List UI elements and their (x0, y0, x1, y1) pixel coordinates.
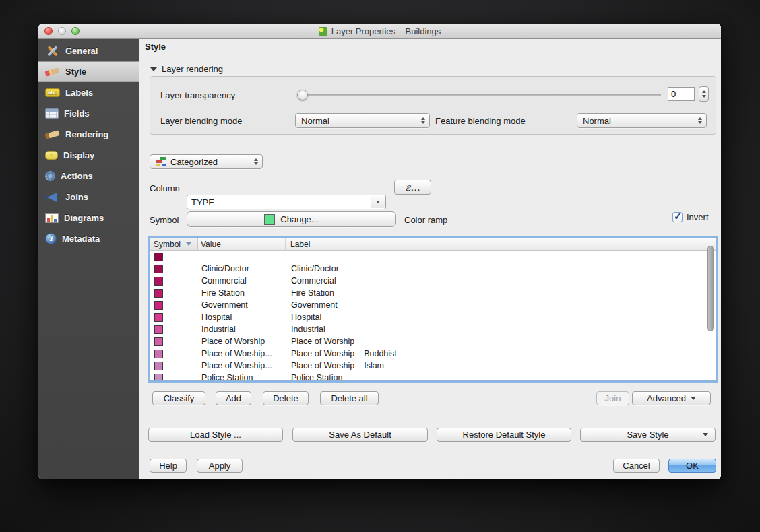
transparency-stepper[interactable] (699, 86, 709, 102)
layer-properties-window: Layer Properties – Buildings GeneralStyl… (38, 24, 721, 479)
sidebar-item-label: Joins (65, 192, 88, 202)
transparency-value-field[interactable] (668, 87, 695, 101)
table-row[interactable]: Police StationPolice Station (151, 372, 715, 380)
slider-thumb[interactable] (297, 90, 308, 100)
category-color-swatch[interactable] (154, 350, 163, 358)
category-color-swatch[interactable] (154, 337, 163, 346)
sidebar-item-label: Labels (65, 88, 93, 98)
column-header-symbol[interactable]: Symbol (150, 238, 198, 250)
tools-icon (45, 44, 60, 59)
table-row[interactable]: Place of WorshipPlace of Worship (151, 335, 715, 347)
table-scrollbar[interactable] (707, 246, 714, 331)
table-row[interactable]: IndustrialIndustrial (151, 323, 715, 335)
delete-button[interactable]: Delete (263, 391, 309, 405)
symbol-change-button[interactable]: Change... (187, 211, 396, 227)
combo-arrow-button[interactable] (371, 196, 385, 208)
category-symbol-cell (151, 289, 199, 298)
titlebar[interactable]: Layer Properties – Buildings (38, 24, 721, 39)
category-value: Place of Worship (199, 337, 286, 346)
sidebar-item-labels[interactable]: abcLabels (38, 82, 139, 103)
zoom-button[interactable] (71, 27, 80, 35)
column-combobox[interactable]: TYPE (187, 195, 386, 209)
help-button[interactable]: Help (150, 459, 187, 473)
restore-default-style-button[interactable]: Restore Default Style (437, 428, 571, 442)
feature-blending-value: Normal (583, 116, 611, 126)
save-style-button[interactable]: Save Style (580, 428, 716, 442)
table-row[interactable]: Place of Worship...Place of Worship – Is… (151, 360, 715, 372)
sidebar-item-joins[interactable]: Joins (38, 187, 139, 207)
stepper-down-icon[interactable] (702, 95, 706, 98)
minimize-button[interactable] (58, 27, 66, 35)
category-label: Commercial (286, 276, 715, 286)
category-symbol-cell (151, 277, 199, 286)
close-button[interactable] (44, 27, 53, 35)
load-style-button[interactable]: Load Style ... (148, 428, 283, 442)
table-row[interactable]: Clinic/DoctorClinic/Doctor (151, 263, 715, 275)
table-row[interactable]: HospitalHospital (151, 311, 715, 323)
table-row[interactable] (151, 251, 715, 263)
layer-rendering-header: Layer rendering (162, 64, 223, 74)
apply-button[interactable]: Apply (197, 459, 243, 473)
add-button[interactable]: Add (216, 391, 251, 405)
category-color-swatch[interactable] (154, 362, 163, 370)
table-row[interactable]: CommercialCommercial (151, 275, 715, 287)
category-value: Industrial (199, 325, 286, 334)
category-label: Hospital (286, 312, 715, 322)
sidebar-item-diagrams[interactable]: Diagrams (38, 207, 139, 228)
categories-table[interactable]: Symbol Value Label Clinic/DoctorClinic/D… (150, 238, 716, 381)
speech-bubble-icon (45, 151, 58, 160)
category-value: Government (199, 300, 286, 310)
delete-all-button[interactable]: Delete all (320, 391, 379, 405)
invert-checkbox[interactable] (672, 212, 683, 222)
sidebar-item-display[interactable]: Display (38, 145, 139, 166)
join-button[interactable]: Join (596, 391, 629, 405)
cancel-button[interactable]: Cancel (613, 459, 660, 473)
category-color-swatch[interactable] (154, 374, 163, 380)
column-header-label[interactable]: Label (286, 238, 716, 250)
symbol-change-label: Change... (280, 214, 318, 224)
category-color-swatch[interactable] (154, 265, 163, 273)
column-header-value[interactable]: Value (198, 238, 286, 250)
sidebar-item-actions[interactable]: Actions (38, 166, 139, 187)
sidebar-item-style[interactable]: Style (38, 61, 139, 82)
category-value: Fire Station (199, 288, 286, 298)
chevron-down-icon (376, 201, 380, 203)
feature-blending-dropdown[interactable]: Normal (577, 113, 707, 128)
category-symbol-cell (151, 325, 199, 334)
category-label: Industrial (286, 325, 715, 334)
paintbrush-icon (45, 65, 60, 79)
category-color-swatch[interactable] (154, 313, 163, 322)
table-row[interactable]: Fire StationFire Station (151, 287, 715, 299)
category-value: Clinic/Doctor (199, 264, 286, 273)
qgis-icon (319, 27, 327, 36)
table-row[interactable]: Place of Worship...Place of Worship – Bu… (151, 347, 715, 360)
layer-blending-dropdown[interactable]: Normal (295, 113, 430, 128)
category-color-swatch[interactable] (154, 289, 163, 298)
classify-button[interactable]: Classify (152, 391, 205, 405)
category-color-swatch[interactable] (154, 325, 163, 334)
sidebar-item-rendering[interactable]: Rendering (38, 124, 139, 145)
advanced-button[interactable]: Advanced (632, 391, 711, 405)
style-panel: Style Layer rendering Layer transparency… (139, 39, 721, 479)
expression-button[interactable]: ε... (394, 180, 431, 195)
table-icon (45, 108, 59, 119)
table-row[interactable]: GovernmentGovernment (151, 299, 715, 311)
category-rows: Clinic/DoctorClinic/DoctorCommercialComm… (151, 251, 715, 380)
renderer-type-dropdown[interactable]: Categorized (150, 154, 263, 169)
renderer-type-value: Categorized (170, 157, 218, 167)
sidebar-item-fields[interactable]: Fields (38, 103, 139, 124)
category-symbol-cell (151, 301, 199, 310)
sidebar-item-general[interactable]: General (38, 40, 139, 61)
stepper-up-icon[interactable] (702, 90, 706, 93)
sidebar-item-metadata[interactable]: iMetadata (38, 228, 139, 249)
disclosure-triangle-icon (150, 67, 157, 71)
save-as-default-button[interactable]: Save As Default (292, 428, 428, 442)
ok-button[interactable]: OK (668, 459, 716, 473)
join-icon (45, 190, 60, 205)
layer-rendering-disclosure[interactable]: Layer rendering (150, 64, 223, 74)
sidebar-item-label: Display (63, 150, 94, 160)
layer-transparency-slider[interactable] (297, 90, 661, 100)
category-color-swatch[interactable] (154, 301, 163, 310)
category-color-swatch[interactable] (154, 253, 163, 261)
category-color-swatch[interactable] (154, 277, 163, 286)
